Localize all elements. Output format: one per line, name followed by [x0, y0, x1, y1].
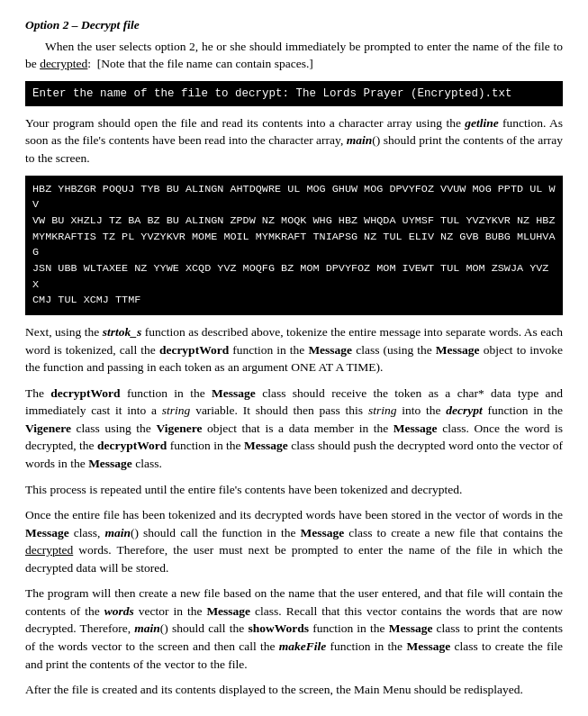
- words-ref: words: [104, 604, 134, 618]
- strtok-ref: strtok_s: [103, 325, 142, 339]
- message-ref-8: Message: [300, 526, 344, 539]
- section-title: Option 2 – Decrypt file: [25, 16, 563, 34]
- decrypted-underline: decrypted: [40, 57, 87, 70]
- prompt-bar: Enter the name of the file to decrypt: T…: [25, 81, 563, 106]
- main-ref-1: main: [347, 133, 373, 147]
- main-ref-2: main: [105, 526, 131, 539]
- string-ref-2: string: [368, 403, 397, 417]
- paragraph-7: After the file is created and its conten…: [25, 681, 563, 699]
- message-ref-1: Message: [308, 343, 352, 357]
- paragraph-1: Your program should open the file and re…: [25, 114, 563, 168]
- message-ref-4: Message: [394, 421, 438, 435]
- vigenere-ref-2: Vigenere: [156, 421, 202, 435]
- option-ref: option: [155, 40, 186, 53]
- message-ref-7: Message: [25, 526, 69, 539]
- makefile-ref: makeFile: [279, 639, 327, 653]
- decryptword-ref-3: decryptWord: [97, 439, 167, 452]
- paragraph-6: The program will then create a new file …: [25, 585, 563, 673]
- message-ref-10: Message: [389, 621, 433, 635]
- message-ref-11: Message: [406, 639, 450, 653]
- paragraph-4: This process is repeated until the entir…: [25, 481, 563, 499]
- vigenere-ref-1: Vigenere: [25, 421, 71, 435]
- paragraph-3: The decryptWord function in the Message …: [25, 385, 563, 473]
- paragraph-5: Once the entire file has been tokenized …: [25, 506, 563, 576]
- main-ref-3: main: [134, 621, 160, 635]
- getline-ref: getline: [465, 116, 499, 130]
- decrypted-underline-2: decrypted: [25, 543, 73, 557]
- message-ref-3: Message: [212, 386, 256, 400]
- encrypted-code-block: HBZ YHBZGR POQUJ TYB BU ALINGN AHTDQWRE …: [25, 176, 563, 316]
- string-ref-1: string: [162, 403, 191, 417]
- paragraph-2: Next, using the strtok_s function as des…: [25, 323, 563, 376]
- intro-paragraph: When the user selects option 2, he or sh…: [25, 38, 563, 73]
- decryptword-ref-2: decryptWord: [50, 386, 120, 400]
- showwords-ref: showWords: [248, 621, 309, 635]
- decryptword-ref-1: decryptWord: [159, 343, 229, 357]
- decrypt-ref: decrypt: [446, 403, 482, 417]
- message-ref-9: Message: [206, 604, 250, 618]
- message-ref-5: Message: [244, 439, 288, 452]
- message-ref-6: Message: [88, 457, 132, 470]
- message-ref-2: Message: [436, 343, 480, 357]
